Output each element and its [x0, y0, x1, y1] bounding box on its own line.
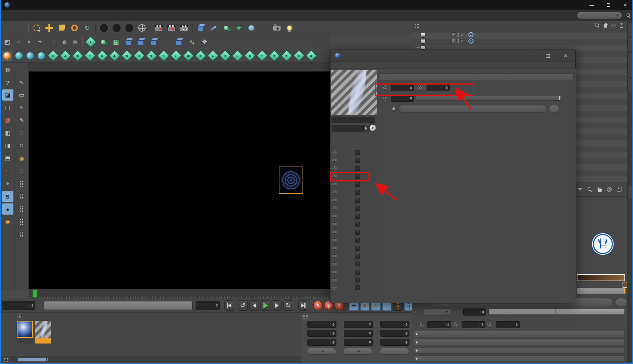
mograph-icon[interactable]: ★	[233, 22, 245, 34]
channel-scale[interactable]	[330, 196, 377, 204]
channel-length[interactable]	[330, 189, 377, 196]
xp-icon-9[interactable]: ▼	[146, 50, 157, 61]
goto-start-button[interactable]	[224, 300, 234, 311]
play-reverse-button[interactable]: ↺	[238, 300, 248, 311]
texture-mode-icon[interactable]: ▩	[2, 115, 13, 126]
variation-value-field[interactable]	[427, 84, 450, 91]
material-thumbnail-hair[interactable]	[35, 321, 51, 338]
drag-handle-icon[interactable]	[17, 314, 22, 319]
tab-object[interactable]	[627, 23, 633, 36]
blend-radio-icon[interactable]	[414, 310, 419, 314]
sphere-mode-icon[interactable]: ●	[2, 203, 13, 215]
record-keyframe-button[interactable]: ✎	[313, 301, 323, 310]
xp-icon-19[interactable]: ▼	[269, 50, 280, 61]
xp-icon-17[interactable]: ■	[244, 50, 256, 61]
section-hair-root[interactable]	[413, 331, 625, 337]
enabled-check-icon[interactable]: ✓	[460, 32, 464, 37]
light-icon[interactable]	[284, 22, 295, 34]
dialog-close-button[interactable]: ✕	[561, 52, 570, 60]
channel-color[interactable]	[330, 149, 377, 156]
spline-loop-icon[interactable]: ∿	[186, 36, 198, 48]
blend-mode-dropdown[interactable]	[423, 308, 452, 316]
attr-search-icon[interactable]	[588, 187, 592, 192]
scale-tool-icon[interactable]	[56, 22, 68, 34]
play-button[interactable]	[260, 300, 270, 311]
viewport-solo-icon[interactable]: ●	[85, 36, 96, 48]
lock-z-axis-button[interactable]	[123, 22, 135, 34]
s-field[interactable]	[462, 321, 485, 328]
render-picture-viewer-icon[interactable]	[165, 22, 177, 34]
section-surface[interactable]	[413, 355, 625, 362]
marquee-select-icon[interactable]: ▭	[16, 89, 27, 101]
attr-target-icon[interactable]	[607, 187, 612, 192]
clay-tool-icon[interactable]: ❖	[199, 36, 211, 48]
layer-tag-icon[interactable]	[452, 32, 456, 37]
snap-dynamic-icon[interactable]: ◎	[70, 37, 80, 47]
object-row-light2[interactable]: ✓	[412, 32, 627, 38]
play-forward-button[interactable]: ↻	[283, 300, 293, 311]
dots-grid-4-icon[interactable]: ⣿	[16, 216, 27, 227]
channel-checkbox[interactable]	[355, 206, 360, 211]
channel-checkbox[interactable]	[355, 262, 360, 266]
xp-icon-20[interactable]: ★	[281, 50, 292, 61]
channel-specular[interactable]	[330, 165, 377, 172]
help-icon[interactable]: ?	[2, 77, 13, 88]
xp-icon-2[interactable]: ▲	[60, 50, 71, 61]
lock-x-axis-button[interactable]	[98, 22, 110, 34]
xp-icon-22[interactable]: ◆	[306, 50, 317, 61]
dialog-drag-strip[interactable]	[330, 62, 575, 69]
xp-icon-21[interactable]: ●	[294, 50, 305, 61]
object-relative-dropdown[interactable]	[307, 348, 336, 355]
snap-circle-icon[interactable]: ◌	[49, 37, 59, 47]
mini-grid-1-icon[interactable]: ∷	[16, 127, 27, 139]
channel-checkbox[interactable]	[355, 198, 360, 203]
move-tool-icon[interactable]	[43, 22, 55, 34]
attr-filter-icon[interactable]	[578, 188, 582, 191]
blue-cube-c-icon[interactable]	[148, 36, 160, 48]
axis-modify-icon[interactable]: ∷	[14, 37, 23, 47]
v-radio-icon[interactable]	[487, 322, 492, 327]
texture-expand-button[interactable]	[391, 106, 397, 112]
channel-transparency[interactable]	[330, 172, 377, 180]
axis-center-icon[interactable]: ⌖	[24, 37, 34, 47]
channel-checkbox[interactable]	[355, 150, 360, 155]
snap-grid-icon[interactable]: ◍	[60, 37, 69, 47]
channel-assign[interactable]	[330, 292, 377, 300]
section-hair-tip[interactable]	[413, 339, 625, 345]
content-pot-icon[interactable]: ◉	[2, 216, 13, 227]
texture-browse-button[interactable]	[615, 298, 627, 306]
xp-icon-3[interactable]: ■	[72, 50, 83, 61]
size-x-field[interactable]	[344, 321, 373, 328]
target-tag-icon[interactable]	[468, 32, 474, 37]
material-name-field[interactable]	[332, 117, 375, 123]
channel-checkbox[interactable]	[355, 246, 360, 251]
om-home-icon[interactable]	[603, 23, 607, 28]
spline-cube-icon[interactable]	[173, 36, 185, 48]
channel-checkbox[interactable]	[355, 214, 360, 219]
tab-takes[interactable]	[627, 38, 633, 51]
h-field[interactable]	[427, 321, 451, 328]
channel-search-arrow-button[interactable]	[363, 125, 368, 132]
camera-icon[interactable]	[271, 22, 283, 34]
maximize-button[interactable]	[600, 0, 617, 10]
channel-checkbox[interactable]	[355, 190, 360, 195]
lock-orange-icon[interactable]: ◉	[16, 153, 27, 164]
amount-slider[interactable]	[416, 96, 561, 101]
variation-radio-icon[interactable]	[418, 85, 423, 90]
text-tool-icon[interactable]	[161, 36, 173, 48]
attr-lock-icon[interactable]	[598, 189, 602, 192]
teal-tool-icon-3[interactable]	[37, 52, 45, 60]
size-z-field[interactable]	[344, 339, 373, 346]
dots-grid-2-icon[interactable]: ⣿	[16, 191, 27, 202]
channel-density[interactable]	[330, 220, 377, 228]
channel-checkbox[interactable]	[355, 182, 360, 187]
material-preview[interactable]	[331, 70, 377, 115]
dialog-title-bar[interactable]	[330, 50, 575, 62]
edge-mode-icon[interactable]: ◨	[2, 140, 13, 151]
channel-checkbox[interactable]	[355, 230, 360, 235]
xp-icon-4[interactable]: +	[85, 50, 96, 61]
fx-icon[interactable]	[211, 36, 223, 48]
teal-tool-icon-2[interactable]	[26, 52, 34, 60]
channel-checkbox[interactable]	[355, 278, 360, 282]
lock-y-axis-button[interactable]	[111, 22, 123, 34]
